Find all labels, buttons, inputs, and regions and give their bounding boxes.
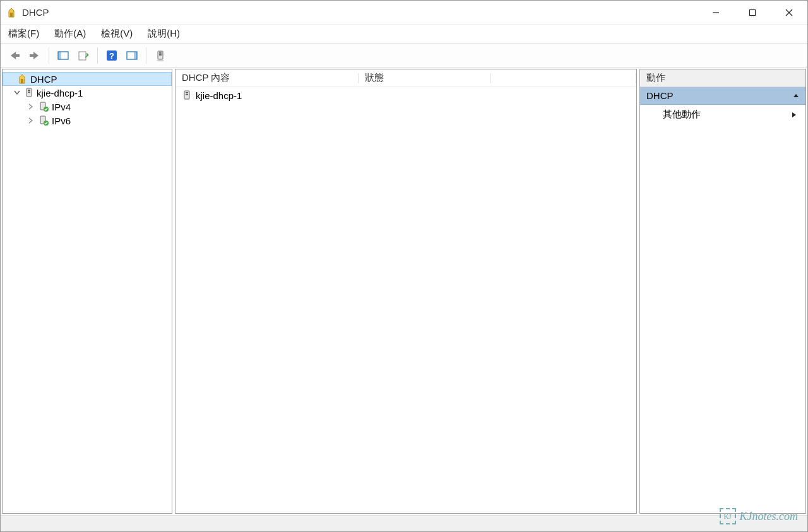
minimize-button[interactable] [698, 1, 734, 24]
server-ok-icon [38, 101, 49, 112]
separator [49, 47, 49, 64]
svg-rect-14 [159, 54, 162, 56]
help-button[interactable]: ? [103, 47, 121, 64]
app-icon [6, 7, 17, 18]
submenu-arrow-icon [792, 112, 797, 118]
expand-icon[interactable] [13, 88, 21, 97]
close-button[interactable] [771, 1, 807, 24]
content-area: DHCP kjie-dhcp-1 IPv4 [1, 68, 807, 515]
tree-ipv6-node[interactable]: IPv6 [3, 114, 172, 127]
actions-item-label: 其他動作 [663, 109, 701, 121]
separator [146, 47, 146, 64]
svg-rect-0 [10, 13, 13, 17]
svg-rect-13 [159, 52, 162, 54]
actions-more-actions[interactable]: 其他動作 [640, 105, 805, 124]
watermark-text: KJnotes.com [740, 510, 798, 523]
watermark: KJ KJnotes.com [720, 508, 798, 524]
actions-section-title[interactable]: DHCP [640, 87, 805, 105]
statusbar [1, 515, 807, 531]
dhcp-icon [16, 73, 28, 85]
server-ok-icon [38, 115, 49, 126]
titlebar: DHCP [1, 1, 807, 25]
expand-icon[interactable] [5, 74, 14, 83]
svg-text:?: ? [109, 51, 114, 61]
watermark-badge: KJ [720, 508, 736, 524]
tree-item-label: IPv6 [52, 115, 71, 126]
tree-root-label: DHCP [30, 74, 57, 85]
svg-rect-18 [28, 90, 30, 91]
collapse-icon[interactable] [793, 93, 799, 99]
column-name[interactable]: DHCP 內容 [175, 69, 359, 86]
menu-file[interactable]: 檔案(F) [8, 28, 39, 40]
menu-help[interactable]: 說明(H) [148, 28, 180, 40]
menu-action[interactable]: 動作(A) [54, 28, 86, 40]
expand-icon[interactable] [27, 116, 35, 125]
tree-pane: DHCP kjie-dhcp-1 IPv4 [2, 69, 172, 514]
tree-server-label: kjie-dhcp-1 [37, 88, 83, 98]
show-hide-actions-button[interactable] [123, 47, 141, 64]
window-title: DHCP [22, 7, 49, 18]
svg-rect-11 [134, 52, 137, 59]
column-status[interactable]: 狀態 [359, 69, 491, 86]
svg-rect-19 [28, 92, 30, 93]
tree-item-label: IPv4 [52, 102, 71, 112]
maximize-button[interactable] [734, 1, 771, 24]
actions-section-label: DHCP [646, 90, 674, 101]
svg-rect-6 [58, 52, 61, 59]
list-header: DHCP 內容 狀態 [175, 69, 636, 87]
menubar: 檔案(F) 動作(A) 檢視(V) 說明(H) [1, 25, 807, 44]
list-item-label: kjie-dhcp-1 [196, 90, 242, 101]
tree-root-dhcp[interactable]: DHCP [3, 72, 172, 86]
back-button[interactable] [6, 47, 23, 64]
svg-rect-4 [30, 54, 34, 57]
list-item[interactable]: kjie-dhcp-1 [175, 87, 636, 103]
svg-rect-7 [79, 52, 86, 60]
expand-icon[interactable] [27, 102, 35, 111]
forward-button[interactable] [26, 47, 44, 64]
svg-rect-2 [750, 9, 756, 15]
actions-header: 動作 [640, 69, 805, 87]
column-spacer [491, 69, 636, 86]
actions-pane: 動作 DHCP 其他動作 [639, 69, 806, 514]
main-pane: DHCP 內容 狀態 kjie-dhcp-1 [175, 69, 637, 514]
export-list-button[interactable] [74, 47, 92, 64]
svg-point-15 [157, 59, 164, 61]
server-icon [182, 90, 192, 101]
manage-authorized-servers-button[interactable] [152, 47, 169, 64]
tree-server-node[interactable]: kjie-dhcp-1 [3, 86, 172, 100]
svg-rect-25 [186, 92, 188, 93]
svg-rect-3 [15, 54, 20, 57]
separator [97, 47, 98, 64]
svg-rect-16 [21, 79, 23, 83]
menu-view[interactable]: 檢視(V) [101, 28, 133, 40]
toolbar: ? [1, 44, 807, 68]
tree-ipv4-node[interactable]: IPv4 [3, 100, 172, 114]
svg-rect-26 [186, 94, 188, 95]
show-hide-tree-button[interactable] [54, 47, 72, 64]
server-icon [24, 87, 34, 98]
